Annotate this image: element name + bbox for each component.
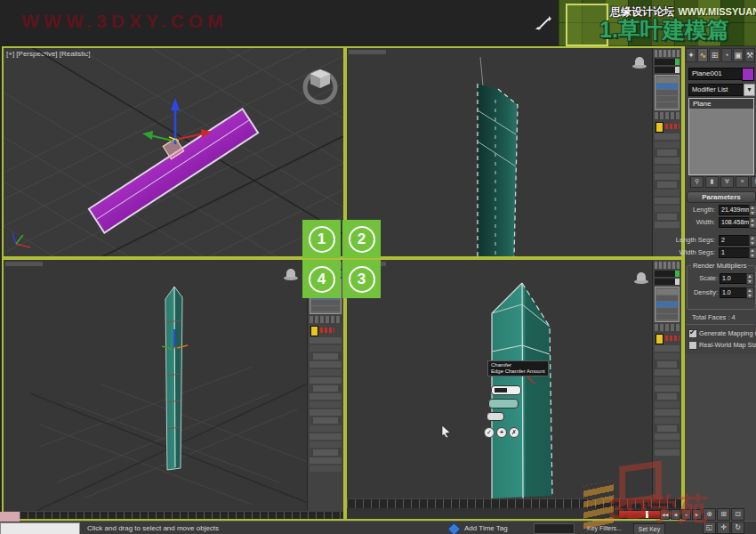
modify-tab-icon[interactable]: ∿ [697, 48, 708, 62]
go-start-button[interactable]: ◀◀ [660, 509, 670, 520]
viewcube-home-icon[interactable] [632, 57, 647, 69]
viewcube[interactable] [300, 64, 341, 105]
add-time-tag-button[interactable]: Add Time Tag [464, 524, 508, 532]
divider [687, 324, 754, 325]
scale-row: Scale: 1.0 [688, 273, 755, 284]
length-segs-value[interactable]: 2 [719, 235, 751, 246]
step-badge-4: 4 [302, 260, 341, 298]
make-unique-icon[interactable]: ∀ [720, 176, 734, 188]
zoom-all-icon[interactable]: ⊞ [717, 508, 730, 521]
zoom-extents-icon[interactable]: ⊡ [731, 508, 744, 521]
render-multipliers-group: Render Multipliers Scale: 1.0 Density: 1… [687, 265, 756, 310]
caddy-ok-button[interactable]: ✓ [484, 427, 495, 438]
scale-label: Scale: [699, 274, 718, 282]
create-tab-icon[interactable]: ✦ [686, 48, 696, 62]
caddy-segments-field[interactable] [488, 399, 519, 409]
axis-tripod [9, 226, 36, 253]
orbit-icon[interactable]: ↻ [731, 522, 744, 534]
generate-mapping-row: Generate Mapping Coords. [685, 329, 756, 338]
scale-value[interactable]: 1.0 [720, 273, 748, 284]
caddy-cancel-button[interactable]: ✗ [509, 427, 519, 438]
pan-icon[interactable]: ✛ [717, 522, 730, 534]
step-badge-3: 3 [342, 260, 381, 298]
blade-object-front[interactable] [347, 48, 681, 256]
density-value[interactable]: 1.0 [720, 287, 748, 298]
set-key-button[interactable]: Set Key [633, 523, 665, 534]
length-row: Length: 21.439mm [685, 205, 756, 215]
pin-stack-icon[interactable]: ⚲ [690, 176, 704, 188]
object-name-field[interactable]: Plane001 [688, 68, 744, 80]
prompt-text: Click and drag to select and move object… [87, 524, 219, 532]
object-color-swatch[interactable] [742, 68, 754, 81]
prev-frame-button[interactable]: ◀ [671, 509, 680, 520]
command-panel-tabs: ✦ ∿ ⊞ ◔ ▣ ⚒ [686, 48, 755, 62]
length-spinner[interactable] [749, 205, 756, 216]
time-tag-field[interactable] [534, 523, 575, 534]
motion-tab-icon[interactable]: ◔ [721, 48, 732, 62]
modifier-stack[interactable]: Plane [688, 98, 754, 175]
viewport-2-screenshot[interactable] [345, 46, 683, 258]
parameters-rollout-header[interactable]: Parameters [687, 191, 756, 203]
track-bar-4[interactable] [4, 511, 343, 520]
viewcube-home-icon[interactable] [284, 269, 298, 280]
density-row: Density: 1.0 [688, 287, 755, 298]
step-badge-1: 1 [302, 220, 341, 258]
auto-key-red-field[interactable] [618, 510, 661, 519]
field-of-view-icon[interactable]: ◱ [703, 522, 716, 534]
blade-object-thin[interactable] [4, 260, 343, 519]
mini-command-panel-3 [652, 260, 681, 498]
width-segs-value[interactable]: 1 [719, 247, 751, 258]
generate-mapping-checkbox[interactable] [688, 329, 697, 338]
length-value[interactable]: 21.439mm [719, 205, 751, 215]
site-watermark: WWW.3DXY.COM [21, 11, 228, 32]
viewport-navigation: ⊕ ⊞ ⊡ ◱ ✛ ↻ ▦ ◲ [703, 508, 756, 534]
length-segs-row: Length Segs: 2 [685, 235, 756, 246]
caddy-apply-button[interactable]: + [496, 427, 507, 438]
remove-modifier-icon[interactable]: ≡ [736, 176, 749, 188]
caddy-amount-field[interactable] [491, 385, 521, 395]
total-faces-text: Total Faces : 4 [692, 313, 736, 321]
length-segs-spinner[interactable] [749, 235, 756, 247]
viewcube-home-icon[interactable] [634, 272, 648, 284]
viewport-perspective[interactable]: [+] [Perspective] [Realistic] [2, 46, 345, 258]
viewport-4-screenshot[interactable] [2, 258, 345, 521]
hierarchy-tab-icon[interactable]: ⊞ [709, 48, 720, 62]
modifier-list-dropdown[interactable]: Modifier List [688, 84, 749, 96]
length-segs-label: Length Segs: [676, 236, 715, 244]
show-end-result-icon[interactable]: ▮ [705, 176, 719, 188]
render-multipliers-title: Render Multipliers [691, 262, 748, 270]
density-label: Density: [694, 288, 718, 296]
cursor-arrow [441, 425, 452, 438]
width-segs-row: Width Segs: 1 [685, 247, 756, 258]
key-filters-button[interactable]: Key Filters... [587, 525, 622, 531]
caddy-title: Chamfer [491, 362, 545, 368]
key-mode-button[interactable]: ● [681, 509, 691, 520]
width-value[interactable]: 108.458mm [719, 217, 751, 228]
mini-listener-pink-box[interactable] [0, 512, 20, 522]
expand-arrows-icon[interactable] [535, 15, 552, 33]
dropdown-arrow-icon[interactable]: ▾ [744, 84, 755, 96]
configure-stack-icon[interactable]: ⊡ [751, 176, 756, 188]
application-window: WWW.3DXY.COM 思缘设计论坛 WWW.MISSYUAN.COM 1.草… [0, 0, 756, 534]
move-gizmo[interactable] [4, 48, 343, 256]
real-world-checkbox[interactable] [688, 341, 697, 350]
density-spinner[interactable] [746, 287, 754, 299]
title-band: WWW.3DXY.COM 思缘设计论坛 WWW.MISSYUAN.COM 1.草… [0, 0, 756, 46]
zoom-icon[interactable]: ⊕ [703, 508, 716, 521]
lesson-title: 1.草叶建模篇 [599, 15, 729, 44]
display-tab-icon[interactable]: ▣ [733, 48, 744, 62]
stack-item-plane[interactable]: Plane [689, 99, 753, 109]
length-label: Length: [693, 206, 715, 214]
stack-toolbar: ⚲ ▮ ∀ ≡ ⊡ [690, 176, 756, 188]
width-segs-spinner[interactable] [749, 247, 756, 259]
viewport-3-status-strip [347, 508, 681, 519]
maxscript-mini-listener[interactable] [0, 522, 80, 534]
caddy-open-toggle[interactable] [487, 412, 504, 421]
scale-spinner[interactable] [746, 273, 754, 285]
width-row: Width: 108.458mm [685, 217, 756, 228]
play-button[interactable]: ▶ [692, 509, 702, 520]
time-tag-icon [447, 522, 462, 534]
utilities-tab-icon[interactable]: ⚒ [744, 48, 755, 62]
viewport-3-screenshot[interactable]: Chamfer Edge Chamfer Amount ✓ + ✗ [345, 258, 683, 521]
width-spinner[interactable] [749, 217, 756, 229]
